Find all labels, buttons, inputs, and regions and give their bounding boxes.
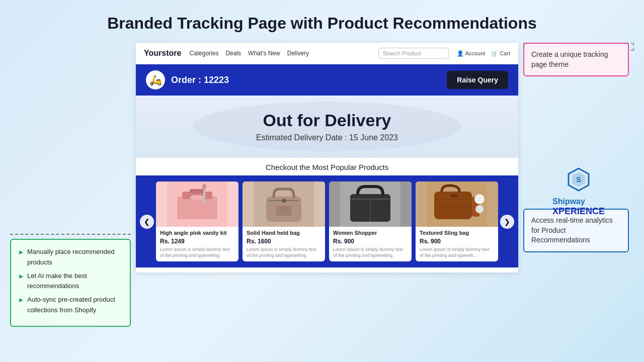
bullet-icon-2: ▶	[19, 272, 23, 281]
delivery-status: Out for Delivery	[263, 111, 391, 130]
svg-point-10	[282, 199, 286, 203]
svg-rect-11	[276, 206, 291, 216]
account-link[interactable]: 👤 Account	[457, 50, 485, 57]
bullet-icon-1: ▶	[19, 248, 23, 257]
product-price-4: Rs. 900	[420, 238, 494, 245]
product-name-3: Women Shopper	[333, 230, 408, 236]
bullet-text-3: Auto-sync pre-created product collection…	[27, 295, 122, 316]
raise-query-button[interactable]: Raise Query	[447, 71, 508, 89]
order-left: 🛵 Order : 12223	[146, 70, 229, 89]
cart-link[interactable]: 🛒 Cart	[491, 50, 510, 57]
store-mockup: Yourstore Categories Deals What's New De…	[136, 43, 518, 273]
store-logo: Yourstore	[144, 49, 181, 58]
product-price-3: Rs. 900	[333, 238, 408, 245]
product-card-1[interactable]: High angle pink vanity kit Rs. 1249 Lore…	[156, 182, 238, 261]
left-annotation-box: ▶ Manually place recommended products ▶ …	[10, 239, 131, 327]
product-name-4: Textured Sling bag	[420, 230, 494, 236]
product-name-2: Solid Hand held bag	[247, 230, 321, 236]
bullet-text-1: Manually place recommended products	[27, 247, 122, 268]
product-card-3[interactable]: Women Shopper Rs. 900 Lorem Ipsum is sim…	[329, 182, 412, 261]
svg-point-4	[190, 195, 205, 200]
nav-delivery[interactable]: Delivery	[287, 50, 309, 57]
products-grid: High angle pink vanity kit Rs. 1249 Lore…	[156, 182, 498, 261]
product-desc-1: Lorem Ipsum is simply dummy text of the …	[160, 247, 234, 258]
product-desc-3: Lorem Ipsum is simply dummy text of the …	[333, 247, 408, 258]
product-info-1: High angle pink vanity kit Rs. 1249 Lore…	[156, 227, 238, 261]
hero-section: Out for Delivery Estimated Delivery Date…	[136, 96, 518, 157]
nav-categories[interactable]: Categories	[189, 50, 218, 57]
carousel-next-button[interactable]: ❯	[500, 215, 514, 229]
order-banner: 🛵 Order : 12223 Raise Query	[136, 64, 518, 96]
nav-deals[interactable]: Deals	[225, 50, 241, 57]
nav-links: Categories Deals What's New Delivery	[189, 50, 370, 57]
bullet-text-2: Let AI make the best recommendations	[27, 271, 122, 292]
svg-point-23	[474, 194, 485, 204]
bullet-icon-3: ▶	[19, 296, 23, 305]
order-text: Order : 12223	[171, 75, 229, 85]
carousel-prev-button[interactable]: ❮	[140, 215, 154, 229]
shipway-logo: S Shipway XPERIENCE	[523, 167, 634, 217]
product-info-2: Solid Hand held bag Rs. 1600 Lorem Ipsum…	[243, 227, 325, 261]
products-heading: Checkout the Most Popular Products	[136, 163, 518, 171]
product-desc-4: Lorem Ipsum is simply dummy text of the …	[420, 247, 494, 258]
products-section: Checkout the Most Popular Products ❮	[136, 157, 518, 273]
product-info-4: Textured Sling bag Rs. 900 Lorem Ipsum i…	[416, 227, 498, 261]
nav-whats-new[interactable]: What's New	[248, 50, 280, 57]
delivery-icon: 🛵	[146, 70, 165, 89]
right-annotation-top: Create a unique tracking page theme	[523, 43, 629, 76]
product-info-3: Women Shopper Rs. 900 Lorem Ipsum is sim…	[329, 227, 412, 261]
svg-point-24	[475, 205, 484, 213]
nav-actions: 👤 Account 🛒 Cart	[457, 50, 510, 57]
product-desc-2: Lorem Ipsum is simply dummy text of the …	[247, 247, 321, 258]
brand-name: Shipway XPERIENCE	[552, 197, 605, 217]
svg-text:S: S	[576, 175, 581, 184]
shipway-icon: S	[566, 167, 591, 192]
product-card-4[interactable]: Textured Sling bag Rs. 900 Lorem Ipsum i…	[416, 182, 498, 261]
right-side: Create a unique tracking page theme Acce…	[523, 43, 634, 222]
product-image-3	[329, 182, 412, 227]
product-card-2[interactable]: Solid Hand held bag Rs. 1600 Lorem Ipsum…	[243, 182, 325, 261]
product-image-1	[156, 182, 238, 227]
svg-point-22	[450, 194, 458, 197]
product-image-4	[416, 182, 498, 227]
delivery-date: Estimated Delivery Date : 15 June 2023	[256, 133, 398, 142]
page-title: Branded Tracking Page with Product Recom…	[0, 0, 644, 43]
store-nav: Yourstore Categories Deals What's New De…	[136, 43, 518, 64]
product-price-2: Rs. 1600	[247, 238, 321, 245]
svg-point-6	[202, 184, 206, 190]
product-image-2	[243, 182, 325, 227]
search-input[interactable]: Search Product	[378, 48, 449, 59]
product-price-1: Rs. 1249	[160, 238, 234, 245]
products-carousel: ❮	[136, 175, 518, 267]
svg-rect-3	[190, 189, 205, 193]
product-name-1: High angle pink vanity kit	[160, 230, 234, 236]
